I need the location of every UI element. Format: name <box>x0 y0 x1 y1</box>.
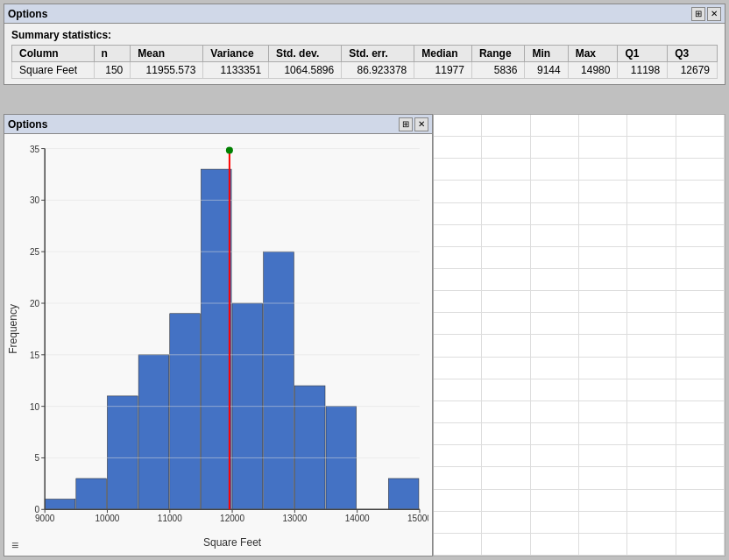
spreadsheet-cell[interactable] <box>579 534 627 556</box>
spreadsheet-cell[interactable] <box>676 269 725 291</box>
spreadsheet-cell[interactable] <box>434 181 482 202</box>
close-button[interactable]: ✕ <box>707 7 721 21</box>
spreadsheet-cell[interactable] <box>676 490 725 512</box>
spreadsheet-cell[interactable] <box>434 137 482 159</box>
spreadsheet-cell[interactable] <box>676 225 725 247</box>
spreadsheet-cell[interactable] <box>676 181 725 202</box>
spreadsheet-cell[interactable] <box>627 313 676 335</box>
spreadsheet-cell[interactable] <box>627 159 676 181</box>
spreadsheet-cell[interactable] <box>579 423 627 445</box>
spreadsheet-cell[interactable] <box>482 534 530 556</box>
spreadsheet-cell[interactable] <box>482 401 530 423</box>
spreadsheet-cell[interactable] <box>531 467 579 489</box>
spreadsheet-cell[interactable] <box>579 490 627 512</box>
spreadsheet-cell[interactable] <box>627 534 676 556</box>
spreadsheet-cell[interactable] <box>482 335 530 357</box>
spreadsheet-cell[interactable] <box>434 467 482 489</box>
spreadsheet-cell[interactable] <box>531 423 579 445</box>
spreadsheet-cell[interactable] <box>627 423 676 445</box>
spreadsheet-cell[interactable] <box>579 225 627 247</box>
spreadsheet-cell[interactable] <box>531 269 579 291</box>
spreadsheet-cell[interactable] <box>579 247 627 269</box>
spreadsheet-cell[interactable] <box>434 379 482 401</box>
spreadsheet-cell[interactable] <box>627 291 676 313</box>
spreadsheet-cell[interactable] <box>482 512 530 534</box>
spreadsheet-cell[interactable] <box>579 291 627 313</box>
spreadsheet-cell[interactable] <box>482 358 530 379</box>
spreadsheet-cell[interactable] <box>627 115 676 137</box>
spreadsheet-cell[interactable] <box>531 181 579 202</box>
spreadsheet-cell[interactable] <box>676 534 725 556</box>
bottom-close-button[interactable]: ✕ <box>414 117 428 131</box>
spreadsheet-cell[interactable] <box>434 269 482 291</box>
spreadsheet-cell[interactable] <box>627 358 676 379</box>
spreadsheet-cell[interactable] <box>482 225 530 247</box>
spreadsheet-cell[interactable] <box>676 358 725 379</box>
spreadsheet-cell[interactable] <box>579 181 627 202</box>
spreadsheet-cell[interactable] <box>482 159 530 181</box>
spreadsheet-cell[interactable] <box>579 313 627 335</box>
spreadsheet-cell[interactable] <box>482 291 530 313</box>
spreadsheet-cell[interactable] <box>482 247 530 269</box>
spreadsheet-cell[interactable] <box>676 445 725 467</box>
spreadsheet-cell[interactable] <box>531 203 579 225</box>
spreadsheet-cell[interactable] <box>482 269 530 291</box>
spreadsheet-cell[interactable] <box>434 335 482 357</box>
spreadsheet-cell[interactable] <box>579 512 627 534</box>
spreadsheet-cell[interactable] <box>676 423 725 445</box>
spreadsheet-cell[interactable] <box>676 137 725 159</box>
spreadsheet-cell[interactable] <box>482 467 530 489</box>
spreadsheet-cell[interactable] <box>434 445 482 467</box>
spreadsheet-cell[interactable] <box>482 203 530 225</box>
spreadsheet-cell[interactable] <box>627 269 676 291</box>
spreadsheet-cell[interactable] <box>434 291 482 313</box>
spreadsheet-cell[interactable] <box>434 401 482 423</box>
spreadsheet-cell[interactable] <box>531 313 579 335</box>
spreadsheet-cell[interactable] <box>579 203 627 225</box>
spreadsheet-cell[interactable] <box>676 159 725 181</box>
spreadsheet-cell[interactable] <box>531 225 579 247</box>
spreadsheet-cell[interactable] <box>482 490 530 512</box>
spreadsheet-cell[interactable] <box>627 225 676 247</box>
spreadsheet-cell[interactable] <box>579 115 627 137</box>
spreadsheet-cell[interactable] <box>627 467 676 489</box>
spreadsheet-cell[interactable] <box>627 512 676 534</box>
spreadsheet-cell[interactable] <box>579 269 627 291</box>
spreadsheet-cell[interactable] <box>531 335 579 357</box>
spreadsheet-cell[interactable] <box>434 423 482 445</box>
spreadsheet-cell[interactable] <box>676 291 725 313</box>
spreadsheet-cell[interactable] <box>627 445 676 467</box>
spreadsheet-cell[interactable] <box>579 445 627 467</box>
spreadsheet-cell[interactable] <box>579 379 627 401</box>
spreadsheet-cell[interactable] <box>434 203 482 225</box>
spreadsheet-cell[interactable] <box>531 490 579 512</box>
spreadsheet-cell[interactable] <box>531 512 579 534</box>
spreadsheet-cell[interactable] <box>676 335 725 357</box>
spreadsheet-cell[interactable] <box>676 247 725 269</box>
spreadsheet-cell[interactable] <box>434 534 482 556</box>
spreadsheet-cell[interactable] <box>434 512 482 534</box>
spreadsheet-cell[interactable] <box>482 445 530 467</box>
spreadsheet-cell[interactable] <box>434 313 482 335</box>
spreadsheet-cell[interactable] <box>531 534 579 556</box>
spreadsheet-cell[interactable] <box>531 115 579 137</box>
spreadsheet-cell[interactable] <box>627 379 676 401</box>
spreadsheet-cell[interactable] <box>434 159 482 181</box>
spreadsheet-cell[interactable] <box>482 423 530 445</box>
spreadsheet-cell[interactable] <box>531 379 579 401</box>
spreadsheet-cell[interactable] <box>676 313 725 335</box>
resize-button[interactable]: ⊞ <box>691 7 705 21</box>
spreadsheet-cell[interactable] <box>579 358 627 379</box>
spreadsheet-cell[interactable] <box>676 401 725 423</box>
spreadsheet-cell[interactable] <box>434 247 482 269</box>
spreadsheet-cell[interactable] <box>434 225 482 247</box>
spreadsheet-cell[interactable] <box>627 247 676 269</box>
spreadsheet-cell[interactable] <box>579 401 627 423</box>
spreadsheet-cell[interactable] <box>676 203 725 225</box>
spreadsheet-cell[interactable] <box>627 137 676 159</box>
spreadsheet-cell[interactable] <box>531 137 579 159</box>
spreadsheet-cell[interactable] <box>627 203 676 225</box>
spreadsheet-cell[interactable] <box>482 115 530 137</box>
spreadsheet-cell[interactable] <box>579 335 627 357</box>
spreadsheet-cell[interactable] <box>482 379 530 401</box>
